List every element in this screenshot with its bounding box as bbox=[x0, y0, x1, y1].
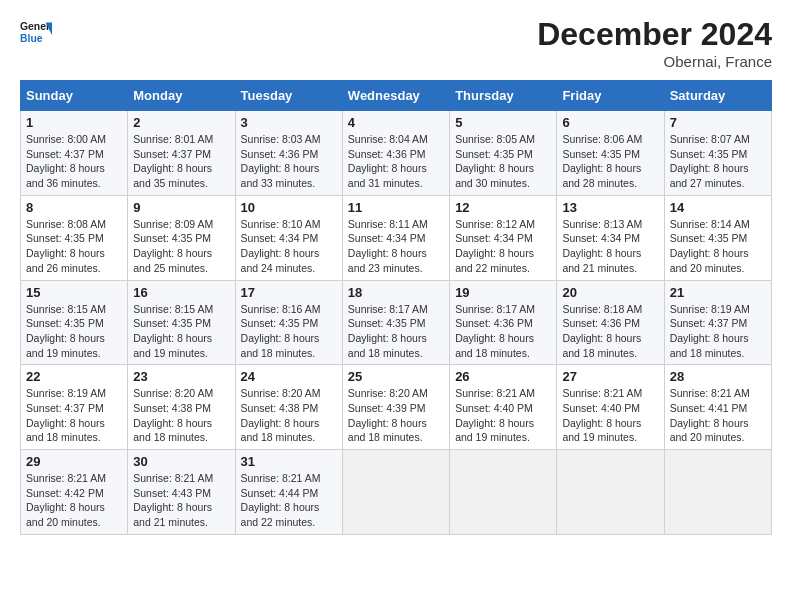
day-cell: 17Sunrise: 8:16 AMSunset: 4:35 PMDayligh… bbox=[235, 280, 342, 365]
day-cell: 27Sunrise: 8:21 AMSunset: 4:40 PMDayligh… bbox=[557, 365, 664, 450]
day-number: 29 bbox=[26, 454, 122, 469]
day-detail: Sunrise: 8:09 AMSunset: 4:35 PMDaylight:… bbox=[133, 218, 213, 274]
day-number: 21 bbox=[670, 285, 766, 300]
day-detail: Sunrise: 8:16 AMSunset: 4:35 PMDaylight:… bbox=[241, 303, 321, 359]
day-number: 27 bbox=[562, 369, 658, 384]
day-cell: 24Sunrise: 8:20 AMSunset: 4:38 PMDayligh… bbox=[235, 365, 342, 450]
day-number: 5 bbox=[455, 115, 551, 130]
day-detail: Sunrise: 8:06 AMSunset: 4:35 PMDaylight:… bbox=[562, 133, 642, 189]
day-number: 15 bbox=[26, 285, 122, 300]
header-row: SundayMondayTuesdayWednesdayThursdayFrid… bbox=[21, 81, 772, 111]
day-detail: Sunrise: 8:21 AMSunset: 4:40 PMDaylight:… bbox=[562, 387, 642, 443]
day-number: 17 bbox=[241, 285, 337, 300]
col-header-monday: Monday bbox=[128, 81, 235, 111]
day-detail: Sunrise: 8:10 AMSunset: 4:34 PMDaylight:… bbox=[241, 218, 321, 274]
day-number: 9 bbox=[133, 200, 229, 215]
day-cell: 12Sunrise: 8:12 AMSunset: 4:34 PMDayligh… bbox=[450, 195, 557, 280]
logo-icon: General Blue bbox=[20, 16, 52, 48]
day-cell: 6Sunrise: 8:06 AMSunset: 4:35 PMDaylight… bbox=[557, 111, 664, 196]
day-number: 6 bbox=[562, 115, 658, 130]
day-cell: 1Sunrise: 8:00 AMSunset: 4:37 PMDaylight… bbox=[21, 111, 128, 196]
day-detail: Sunrise: 8:15 AMSunset: 4:35 PMDaylight:… bbox=[26, 303, 106, 359]
day-cell: 22Sunrise: 8:19 AMSunset: 4:37 PMDayligh… bbox=[21, 365, 128, 450]
day-detail: Sunrise: 8:03 AMSunset: 4:36 PMDaylight:… bbox=[241, 133, 321, 189]
day-number: 10 bbox=[241, 200, 337, 215]
day-detail: Sunrise: 8:14 AMSunset: 4:35 PMDaylight:… bbox=[670, 218, 750, 274]
day-number: 19 bbox=[455, 285, 551, 300]
day-cell: 28Sunrise: 8:21 AMSunset: 4:41 PMDayligh… bbox=[664, 365, 771, 450]
day-detail: Sunrise: 8:08 AMSunset: 4:35 PMDaylight:… bbox=[26, 218, 106, 274]
col-header-friday: Friday bbox=[557, 81, 664, 111]
calendar-title: December 2024 bbox=[537, 16, 772, 53]
day-number: 2 bbox=[133, 115, 229, 130]
day-detail: Sunrise: 8:17 AMSunset: 4:35 PMDaylight:… bbox=[348, 303, 428, 359]
day-number: 25 bbox=[348, 369, 444, 384]
day-detail: Sunrise: 8:17 AMSunset: 4:36 PMDaylight:… bbox=[455, 303, 535, 359]
day-detail: Sunrise: 8:05 AMSunset: 4:35 PMDaylight:… bbox=[455, 133, 535, 189]
day-cell: 3Sunrise: 8:03 AMSunset: 4:36 PMDaylight… bbox=[235, 111, 342, 196]
day-cell bbox=[342, 450, 449, 535]
day-detail: Sunrise: 8:01 AMSunset: 4:37 PMDaylight:… bbox=[133, 133, 213, 189]
day-cell: 30Sunrise: 8:21 AMSunset: 4:43 PMDayligh… bbox=[128, 450, 235, 535]
day-detail: Sunrise: 8:11 AMSunset: 4:34 PMDaylight:… bbox=[348, 218, 428, 274]
day-detail: Sunrise: 8:19 AMSunset: 4:37 PMDaylight:… bbox=[26, 387, 106, 443]
day-number: 7 bbox=[670, 115, 766, 130]
day-cell: 11Sunrise: 8:11 AMSunset: 4:34 PMDayligh… bbox=[342, 195, 449, 280]
day-number: 24 bbox=[241, 369, 337, 384]
day-detail: Sunrise: 8:15 AMSunset: 4:35 PMDaylight:… bbox=[133, 303, 213, 359]
day-cell: 8Sunrise: 8:08 AMSunset: 4:35 PMDaylight… bbox=[21, 195, 128, 280]
week-row-4: 22Sunrise: 8:19 AMSunset: 4:37 PMDayligh… bbox=[21, 365, 772, 450]
day-number: 18 bbox=[348, 285, 444, 300]
col-header-tuesday: Tuesday bbox=[235, 81, 342, 111]
col-header-thursday: Thursday bbox=[450, 81, 557, 111]
week-row-2: 8Sunrise: 8:08 AMSunset: 4:35 PMDaylight… bbox=[21, 195, 772, 280]
title-block: December 2024 Obernai, France bbox=[537, 16, 772, 70]
day-cell: 15Sunrise: 8:15 AMSunset: 4:35 PMDayligh… bbox=[21, 280, 128, 365]
day-cell: 19Sunrise: 8:17 AMSunset: 4:36 PMDayligh… bbox=[450, 280, 557, 365]
col-header-wednesday: Wednesday bbox=[342, 81, 449, 111]
day-cell: 9Sunrise: 8:09 AMSunset: 4:35 PMDaylight… bbox=[128, 195, 235, 280]
day-number: 31 bbox=[241, 454, 337, 469]
day-cell: 14Sunrise: 8:14 AMSunset: 4:35 PMDayligh… bbox=[664, 195, 771, 280]
day-number: 1 bbox=[26, 115, 122, 130]
day-detail: Sunrise: 8:21 AMSunset: 4:40 PMDaylight:… bbox=[455, 387, 535, 443]
week-row-5: 29Sunrise: 8:21 AMSunset: 4:42 PMDayligh… bbox=[21, 450, 772, 535]
day-number: 20 bbox=[562, 285, 658, 300]
day-detail: Sunrise: 8:13 AMSunset: 4:34 PMDaylight:… bbox=[562, 218, 642, 274]
day-detail: Sunrise: 8:12 AMSunset: 4:34 PMDaylight:… bbox=[455, 218, 535, 274]
day-cell: 31Sunrise: 8:21 AMSunset: 4:44 PMDayligh… bbox=[235, 450, 342, 535]
day-number: 22 bbox=[26, 369, 122, 384]
day-cell: 20Sunrise: 8:18 AMSunset: 4:36 PMDayligh… bbox=[557, 280, 664, 365]
calendar-subtitle: Obernai, France bbox=[537, 53, 772, 70]
day-cell bbox=[450, 450, 557, 535]
day-cell: 16Sunrise: 8:15 AMSunset: 4:35 PMDayligh… bbox=[128, 280, 235, 365]
svg-text:Blue: Blue bbox=[20, 33, 43, 44]
day-cell: 7Sunrise: 8:07 AMSunset: 4:35 PMDaylight… bbox=[664, 111, 771, 196]
day-cell: 10Sunrise: 8:10 AMSunset: 4:34 PMDayligh… bbox=[235, 195, 342, 280]
day-cell: 13Sunrise: 8:13 AMSunset: 4:34 PMDayligh… bbox=[557, 195, 664, 280]
page-header: General Blue December 2024 Obernai, Fran… bbox=[20, 16, 772, 70]
day-cell: 26Sunrise: 8:21 AMSunset: 4:40 PMDayligh… bbox=[450, 365, 557, 450]
day-number: 12 bbox=[455, 200, 551, 215]
day-number: 13 bbox=[562, 200, 658, 215]
day-detail: Sunrise: 8:21 AMSunset: 4:41 PMDaylight:… bbox=[670, 387, 750, 443]
day-detail: Sunrise: 8:21 AMSunset: 4:43 PMDaylight:… bbox=[133, 472, 213, 528]
day-cell: 21Sunrise: 8:19 AMSunset: 4:37 PMDayligh… bbox=[664, 280, 771, 365]
day-detail: Sunrise: 8:20 AMSunset: 4:38 PMDaylight:… bbox=[133, 387, 213, 443]
day-detail: Sunrise: 8:21 AMSunset: 4:42 PMDaylight:… bbox=[26, 472, 106, 528]
day-number: 23 bbox=[133, 369, 229, 384]
col-header-sunday: Sunday bbox=[21, 81, 128, 111]
day-detail: Sunrise: 8:04 AMSunset: 4:36 PMDaylight:… bbox=[348, 133, 428, 189]
day-number: 16 bbox=[133, 285, 229, 300]
day-cell: 5Sunrise: 8:05 AMSunset: 4:35 PMDaylight… bbox=[450, 111, 557, 196]
col-header-saturday: Saturday bbox=[664, 81, 771, 111]
day-number: 11 bbox=[348, 200, 444, 215]
day-detail: Sunrise: 8:20 AMSunset: 4:38 PMDaylight:… bbox=[241, 387, 321, 443]
day-detail: Sunrise: 8:18 AMSunset: 4:36 PMDaylight:… bbox=[562, 303, 642, 359]
day-cell bbox=[557, 450, 664, 535]
calendar-table: SundayMondayTuesdayWednesdayThursdayFrid… bbox=[20, 80, 772, 535]
day-detail: Sunrise: 8:20 AMSunset: 4:39 PMDaylight:… bbox=[348, 387, 428, 443]
day-number: 30 bbox=[133, 454, 229, 469]
logo: General Blue bbox=[20, 16, 52, 48]
day-cell: 25Sunrise: 8:20 AMSunset: 4:39 PMDayligh… bbox=[342, 365, 449, 450]
